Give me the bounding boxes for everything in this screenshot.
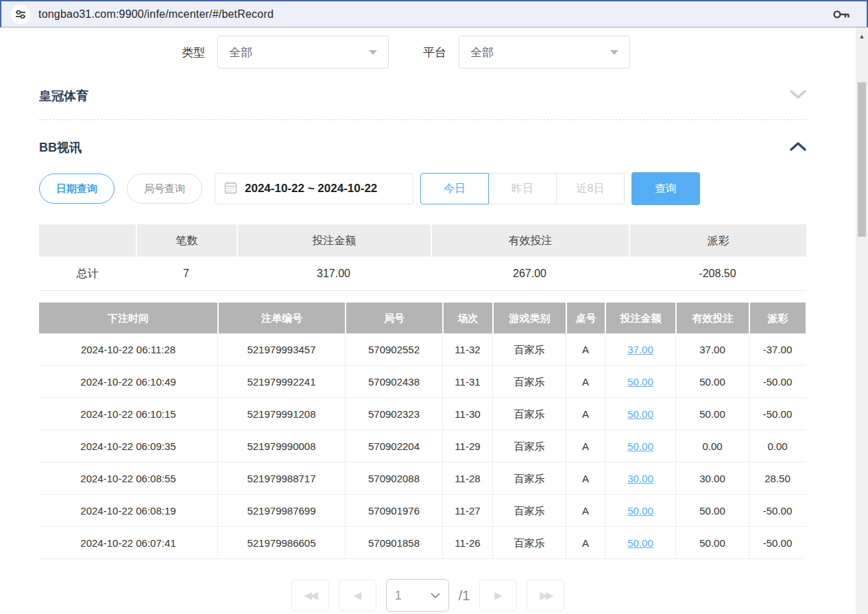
calendar-icon xyxy=(224,181,237,197)
summary-col-bet: 投注金额 xyxy=(237,224,431,257)
bet-time: 2024-10-22 06:08:55 xyxy=(39,462,217,495)
page-select[interactable]: 1 xyxy=(386,579,449,612)
site-settings-icon[interactable] xyxy=(11,5,30,24)
bet-amount-value[interactable]: 50.00 xyxy=(627,505,653,517)
section-title-crown-sports: 皇冠体育 xyxy=(39,88,88,104)
chevron-up-icon[interactable] xyxy=(790,141,806,154)
col-header-valid-bet: 有效投注 xyxy=(675,303,749,333)
bet-amount-link[interactable]: 30.00 xyxy=(605,462,675,495)
url-text[interactable]: tongbao31.com:9900/infe/mcenter/#/betRec… xyxy=(38,8,274,21)
bet-amount-value[interactable]: 50.00 xyxy=(627,408,653,420)
last-page-button[interactable]: ▶▶ xyxy=(527,580,564,611)
bet-amount-value[interactable]: 30.00 xyxy=(627,473,653,484)
double-right-arrow-icon: ▶▶ xyxy=(540,589,551,602)
payout: 28.50 xyxy=(749,462,806,495)
valid-bet: 50.00 xyxy=(675,495,749,527)
bet-amount-link[interactable]: 50.00 xyxy=(605,398,675,430)
table-no: A xyxy=(566,366,605,398)
table-no: A xyxy=(566,527,605,559)
game-type: 百家乐 xyxy=(492,333,566,366)
chevron-down-icon[interactable] xyxy=(790,90,806,102)
payout: -50.00 xyxy=(749,495,806,527)
session: 11-31 xyxy=(442,366,492,398)
recent8-label: 近8日 xyxy=(577,182,605,196)
password-key-icon[interactable] xyxy=(832,8,857,21)
table-row: 2024-10-22 06:08:55521979988717570902088… xyxy=(39,462,806,495)
bet-id: 521979992241 xyxy=(217,366,345,398)
round-query-button[interactable]: 局号查询 xyxy=(127,174,202,204)
col-header-game-type: 游戏类别 xyxy=(492,303,566,333)
round-id: 570902438 xyxy=(345,366,442,398)
col-header-table-no: 桌号 xyxy=(566,303,605,333)
game-type: 百家乐 xyxy=(492,462,566,495)
bet-table-body: 2024-10-22 06:11:28521979993457570902552… xyxy=(39,333,806,559)
game-type: 百家乐 xyxy=(492,430,566,462)
bet-amount-value[interactable]: 50.00 xyxy=(627,376,653,388)
caret-down-icon xyxy=(610,50,618,55)
bet-amount-link[interactable]: 50.00 xyxy=(605,527,675,559)
round-id: 570902552 xyxy=(345,333,442,366)
next-page-button[interactable]: ▶ xyxy=(479,580,517,611)
bet-amount-link[interactable]: 50.00 xyxy=(605,430,675,462)
bet-amount-value[interactable]: 50.00 xyxy=(627,537,653,549)
valid-bet: 50.00 xyxy=(675,527,749,559)
session: 11-30 xyxy=(442,398,492,430)
type-filter-label: 类型 xyxy=(182,45,205,60)
bet-time: 2024-10-22 06:08:19 xyxy=(39,495,217,527)
game-type: 百家乐 xyxy=(492,398,566,430)
table-no: A xyxy=(566,430,605,462)
summary-total-row: 总计 7 317.00 267.00 -208.50 xyxy=(39,257,806,291)
session: 11-29 xyxy=(442,430,492,462)
bet-amount-link[interactable]: 50.00 xyxy=(605,495,675,527)
section-title-bb-video: BB视讯 xyxy=(39,139,82,156)
bet-record-table: 下注时间注单编号局号场次游戏类别桌号投注金额有效投注派彩 2024-10-22 … xyxy=(39,303,806,559)
bet-id: 521979988717 xyxy=(217,462,345,495)
bet-amount-link[interactable]: 50.00 xyxy=(605,366,675,398)
bet-id: 521979986605 xyxy=(217,527,345,559)
date-query-label: 日期查询 xyxy=(56,182,97,196)
bet-table-header: 下注时间注单编号局号场次游戏类别桌号投注金额有效投注派彩 xyxy=(39,303,806,333)
bet-time: 2024-10-22 06:11:28 xyxy=(39,333,217,366)
summary-col-payout: 派彩 xyxy=(629,224,806,257)
valid-bet: 30.00 xyxy=(675,462,749,495)
table-no: A xyxy=(566,398,605,430)
col-header-payout: 派彩 xyxy=(749,303,806,333)
recent8-button[interactable]: 近8日 xyxy=(556,173,625,204)
scrollbar-up-arrow-icon[interactable]: ▲ xyxy=(856,33,868,40)
today-button[interactable]: 今日 xyxy=(420,173,489,204)
summary-header-row: 笔数 投注金额 有效投注 派彩 xyxy=(39,224,806,257)
type-filter-select[interactable]: 全部 xyxy=(217,36,389,69)
table-row: 2024-10-22 06:09:35521979990008570902204… xyxy=(39,430,806,462)
summary-table: 笔数 投注金额 有效投注 派彩 总计 7 317.00 267.00 -208.… xyxy=(39,224,806,291)
summary-total-payout: -208.50 xyxy=(629,257,806,290)
date-range-input[interactable]: 2024-10-22 ~ 2024-10-22 xyxy=(215,173,413,204)
quick-range-group: 今日 昨日 近8日 xyxy=(420,173,625,204)
date-query-button[interactable]: 日期查询 xyxy=(39,174,114,204)
filter-row: 类型 全部 平台 全部 xyxy=(182,34,856,70)
prev-page-button[interactable]: ◀ xyxy=(339,580,376,611)
scrollbar-thumb[interactable] xyxy=(858,82,866,237)
section-crown-sports[interactable]: 皇冠体育 xyxy=(39,88,806,104)
bet-amount-value[interactable]: 50.00 xyxy=(627,440,653,452)
vertical-scrollbar[interactable]: ▲ xyxy=(856,27,868,614)
first-page-button[interactable]: ◀◀ xyxy=(291,580,329,611)
payout: -50.00 xyxy=(749,527,806,559)
search-button[interactable]: 查询 xyxy=(631,172,700,205)
today-label: 今日 xyxy=(444,182,466,196)
query-controls: 日期查询 局号查询 2024-10-22 ~ 2024-10-22 xyxy=(39,172,806,205)
col-header-bet-id: 注单编号 xyxy=(217,303,345,333)
bet-amount-value[interactable]: 37.00 xyxy=(627,344,653,355)
summary-col-blank xyxy=(39,224,136,257)
section-divider xyxy=(39,119,806,120)
bet-amount-link[interactable]: 37.00 xyxy=(605,333,675,366)
section-bb-video[interactable]: BB视讯 xyxy=(39,139,806,156)
browser-address-bar: tongbao31.com:9900/infe/mcenter/#/betRec… xyxy=(0,0,868,27)
yesterday-label: 昨日 xyxy=(511,182,533,196)
valid-bet: 50.00 xyxy=(675,366,749,398)
caret-down-icon xyxy=(369,50,377,55)
platform-filter-select[interactable]: 全部 xyxy=(459,36,630,69)
game-type: 百家乐 xyxy=(492,366,566,398)
type-filter-value: 全部 xyxy=(229,45,252,60)
yesterday-button[interactable]: 昨日 xyxy=(488,173,557,204)
bet-id: 521979987699 xyxy=(217,495,345,527)
